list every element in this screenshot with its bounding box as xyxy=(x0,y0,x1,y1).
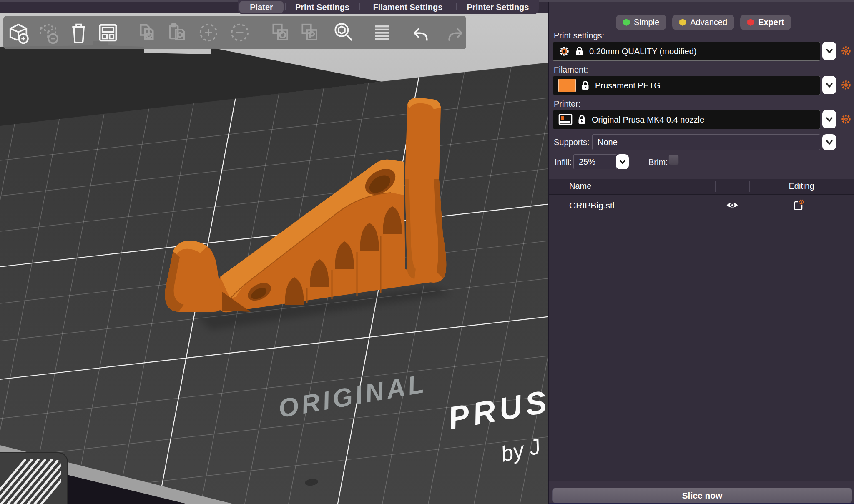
tab-printer-settings[interactable]: Printer Settings xyxy=(456,0,540,14)
tab-print-settings[interactable]: Print Settings xyxy=(285,0,359,14)
printer-icon xyxy=(558,113,573,126)
eye-icon[interactable] xyxy=(726,200,739,211)
trash-icon[interactable] xyxy=(65,19,92,46)
tab-filament-settings[interactable]: Filament Settings xyxy=(359,0,456,14)
column-name: Name xyxy=(569,181,591,191)
infill-select[interactable]: 25% xyxy=(573,154,617,169)
infill-dropdown-button[interactable] xyxy=(616,154,629,169)
expert-hexagon-icon xyxy=(747,19,754,26)
lock-icon xyxy=(575,46,584,57)
advanced-hexagon-icon xyxy=(679,19,686,26)
printer-value: Original Prusa MK4 0.4 nozzle xyxy=(592,115,704,125)
filament-dropdown-button[interactable] xyxy=(822,76,836,94)
slice-now-button[interactable]: Slice now xyxy=(552,488,852,503)
supports-dropdown-button[interactable] xyxy=(822,134,836,150)
split-parts-icon[interactable] xyxy=(296,19,322,46)
view-mode-button[interactable] xyxy=(0,453,78,504)
split-objects-icon[interactable] xyxy=(266,19,293,46)
object-table-header: Name Editing xyxy=(549,179,854,195)
object-row[interactable]: GRIPBig.stl xyxy=(549,197,854,215)
brim-label: Brim: xyxy=(648,158,668,167)
supports-label: Supports: xyxy=(554,138,590,147)
mode-label: Advanced xyxy=(690,18,727,27)
orange-gear-icon xyxy=(840,45,852,57)
lock-icon xyxy=(580,80,590,91)
prusaslicer-window: Plater Print Settings Filament Settings … xyxy=(0,0,854,504)
infill-label: Infill: xyxy=(555,158,572,167)
mode-switcher: Simple Advanced Expert xyxy=(616,15,791,30)
add-cube-icon[interactable] xyxy=(5,19,32,46)
printer-gear-button[interactable] xyxy=(840,113,852,125)
print-settings-label: Print settings: xyxy=(554,31,604,40)
mode-label: Expert xyxy=(758,18,784,27)
mode-label: Simple xyxy=(634,18,659,27)
infill-value: 25% xyxy=(579,157,595,167)
mode-advanced[interactable]: Advanced xyxy=(672,15,734,30)
mode-simple[interactable]: Simple xyxy=(616,15,666,30)
add-instance-icon[interactable] xyxy=(195,19,222,46)
chevron-down-icon xyxy=(618,158,627,166)
tab-container: Plater Print Settings Filament Settings … xyxy=(238,0,539,14)
layer-height-icon[interactable] xyxy=(369,19,395,46)
lock-icon xyxy=(577,115,587,125)
filament-color-swatch xyxy=(558,79,576,92)
print-settings-value: 0.20mm QUALITY (modified) xyxy=(589,47,697,56)
filament-label: Filament: xyxy=(554,65,588,75)
supports-value: None xyxy=(598,138,618,147)
tab-plater[interactable]: Plater xyxy=(239,1,284,13)
chevron-down-icon xyxy=(824,46,834,55)
filament-value: Prusament PETG xyxy=(595,81,661,90)
supports-select[interactable]: None xyxy=(592,134,820,150)
sidebar: Simple Advanced Expert Print settings: 0… xyxy=(549,0,854,504)
print-settings-combo[interactable]: 0.20mm QUALITY (modified) xyxy=(553,42,820,61)
chevron-down-icon xyxy=(824,80,834,90)
delete-cube-icon[interactable] xyxy=(35,19,61,46)
orange-gear-icon xyxy=(840,113,852,125)
edit-object-icon[interactable] xyxy=(793,199,804,211)
3d-scene: ORIGINAL PRUSA by J xyxy=(0,13,548,504)
plater-toolbar xyxy=(3,16,466,49)
remove-instance-icon[interactable] xyxy=(226,19,253,46)
object-name: GRIPBig.stl xyxy=(569,201,615,211)
copy-icon[interactable] xyxy=(133,19,160,46)
print-settings-dropdown-button[interactable] xyxy=(822,42,836,60)
gear-icon xyxy=(558,45,570,57)
paste-icon[interactable] xyxy=(163,19,190,46)
column-editing: Editing xyxy=(749,181,854,191)
object-list: GRIPBig.stl xyxy=(549,195,854,481)
simple-hexagon-icon xyxy=(623,19,630,26)
brim-checkbox[interactable] xyxy=(668,155,679,165)
printer-label: Printer: xyxy=(554,99,580,109)
filament-combo[interactable]: Prusament PETG xyxy=(553,76,820,95)
orange-gear-icon xyxy=(840,79,852,91)
chevron-down-icon xyxy=(824,138,834,147)
3d-viewport[interactable]: ORIGINAL PRUSA by J xyxy=(0,13,548,504)
column-divider xyxy=(715,181,716,192)
printer-dropdown-button[interactable] xyxy=(822,110,836,128)
printer-combo[interactable]: Original Prusa MK4 0.4 nozzle xyxy=(553,110,820,129)
arrange-icon[interactable] xyxy=(95,19,121,46)
filament-gear-button[interactable] xyxy=(840,79,852,91)
redo-icon[interactable] xyxy=(443,19,470,46)
undo-icon[interactable] xyxy=(407,19,433,46)
chevron-down-icon xyxy=(824,115,834,124)
search-icon[interactable] xyxy=(330,19,357,46)
print-settings-gear-button[interactable] xyxy=(840,45,852,57)
mode-expert[interactable]: Expert xyxy=(740,15,791,30)
